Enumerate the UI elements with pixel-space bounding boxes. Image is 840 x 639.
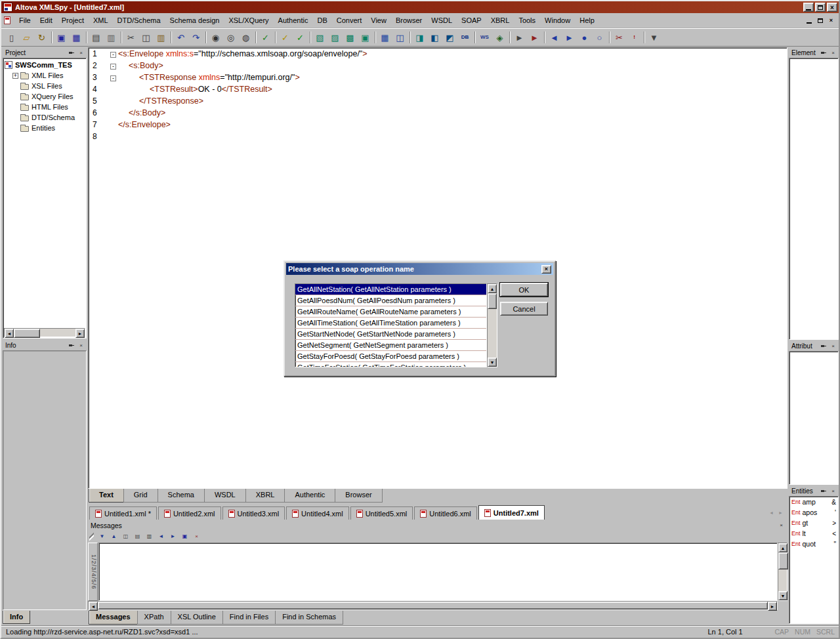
file-tab-untitled2-xml[interactable]: Untitled2.xml bbox=[158, 506, 221, 520]
toggle-bookmark-button[interactable]: ● bbox=[577, 30, 592, 45]
cancel-button[interactable]: Cancel bbox=[500, 302, 548, 316]
scroll-thumb[interactable] bbox=[98, 602, 768, 609]
xsl-fo-transform-button[interactable]: ► bbox=[527, 30, 542, 45]
soap-operation-item[interactable]: GetAllRouteName( GetAllRouteName paramet… bbox=[295, 306, 486, 318]
print-button[interactable]: ▤ bbox=[89, 30, 104, 45]
project-item-html-files[interactable]: +HTML Files bbox=[5, 102, 86, 112]
copy-filtered-messages-button[interactable]: ▥ bbox=[144, 531, 155, 541]
insert-table-button[interactable]: ▦ bbox=[377, 30, 392, 45]
scroll-up-button[interactable]: ▲ bbox=[488, 284, 497, 293]
menu-item-browser[interactable]: Browser bbox=[391, 14, 427, 27]
output-tab-messages[interactable]: Messages bbox=[89, 611, 138, 625]
add-child-button[interactable]: ▩ bbox=[343, 30, 358, 45]
spelling-button[interactable]: ✓ bbox=[258, 30, 273, 45]
menu-item-dtd-schema[interactable]: DTD/Schema bbox=[113, 14, 165, 27]
view-tab-xbrl[interactable]: XBRL bbox=[245, 489, 285, 503]
soap-operation-item[interactable]: GetNetSegment( GetNetSegment parameters … bbox=[295, 340, 486, 351]
previous-tab-button[interactable]: ◄ bbox=[767, 508, 776, 517]
scroll-thumb[interactable] bbox=[14, 329, 40, 338]
close-icon[interactable]: × bbox=[777, 522, 786, 529]
tab-info[interactable]: Info bbox=[3, 611, 30, 624]
soap-operation-item[interactable]: GetAllPoesdNum( GetAllPoesdNum parameter… bbox=[295, 295, 486, 306]
db-view-button[interactable]: DB bbox=[457, 30, 472, 45]
menu-item-db[interactable]: DB bbox=[312, 14, 331, 27]
cut-node-button[interactable]: ✂ bbox=[612, 30, 627, 45]
menu-item-file[interactable]: File bbox=[14, 14, 35, 27]
menu-item-wsdl[interactable]: WSDL bbox=[427, 14, 457, 27]
next-tab-button[interactable]: ► bbox=[776, 508, 785, 517]
dialog-vscrollbar[interactable]: ▲ ▼ bbox=[487, 283, 497, 367]
goto-next-result-button[interactable]: ► bbox=[167, 531, 178, 541]
save-button[interactable]: ▣ bbox=[54, 30, 69, 45]
print-preview-button[interactable]: ▥ bbox=[104, 30, 119, 45]
entity-row[interactable]: Entamp& bbox=[789, 497, 838, 507]
menu-item-xsl-xquery[interactable]: XSL/XQuery bbox=[224, 14, 273, 27]
scroll-thumb[interactable] bbox=[778, 552, 788, 569]
new-document-button[interactable]: ▯ bbox=[4, 30, 19, 45]
file-tab-untitled1-xml[interactable]: Untitled1.xml * bbox=[89, 506, 157, 520]
entity-row[interactable]: Entlt< bbox=[789, 528, 838, 539]
clear-bookmarks-button[interactable]: ○ bbox=[592, 30, 607, 45]
scroll-right-button[interactable]: ► bbox=[75, 329, 85, 338]
fold-collapse-icon[interactable]: - bbox=[110, 52, 116, 58]
goto-previous-result-button[interactable]: ◄ bbox=[156, 531, 167, 541]
close-icon[interactable]: × bbox=[829, 49, 837, 56]
soap-operation-item[interactable]: GetStartNetNode( GetStartNetNode paramet… bbox=[295, 329, 486, 340]
view-tab-schema[interactable]: Schema bbox=[158, 489, 205, 503]
output-tab-xsl-outline[interactable]: XSL Outline bbox=[171, 611, 223, 625]
scroll-left-button[interactable]: ◄ bbox=[5, 329, 14, 338]
replace-button[interactable]: ◍ bbox=[238, 30, 253, 45]
insert-row-button[interactable]: ▧ bbox=[312, 30, 327, 45]
minimize-button[interactable] bbox=[803, 3, 814, 12]
copy-button[interactable]: ◫ bbox=[138, 30, 154, 45]
project-item-xsl-files[interactable]: +XSL Files bbox=[5, 81, 86, 91]
undo-button[interactable]: ↶ bbox=[173, 30, 188, 45]
project-item-xquery-files[interactable]: +XQuery Files bbox=[5, 91, 86, 102]
messages-hscrollbar[interactable]: ◄ ► bbox=[88, 601, 778, 610]
soap-operation-item[interactable]: GetStayForPoesd( GetStayForPoesd paramet… bbox=[295, 351, 486, 362]
fold-collapse-icon[interactable]: - bbox=[110, 75, 116, 81]
close-icon[interactable]: × bbox=[829, 487, 837, 495]
menu-item-tools[interactable]: Tools bbox=[514, 14, 540, 27]
scroll-down-button[interactable]: ▼ bbox=[488, 358, 497, 367]
view-tab-wsdl[interactable]: WSDL bbox=[204, 489, 246, 503]
save-all-button[interactable]: ▦ bbox=[69, 30, 84, 45]
menu-item-window[interactable]: Window bbox=[540, 14, 575, 27]
view-tab-authentic[interactable]: Authentic bbox=[284, 489, 335, 503]
find-next-button[interactable]: ◎ bbox=[223, 30, 238, 45]
project-item-entities[interactable]: +Entities bbox=[5, 123, 86, 133]
scroll-left-button[interactable]: ◄ bbox=[89, 602, 98, 611]
soap-operation-item[interactable]: GetTimeForStation( GetTimeForStation par… bbox=[295, 362, 486, 367]
display-db-button[interactable]: ◫ bbox=[392, 30, 408, 45]
cut-button[interactable]: ✂ bbox=[123, 30, 138, 45]
entity-row[interactable]: Entquot" bbox=[789, 539, 838, 549]
view-tab-browser[interactable]: Browser bbox=[335, 489, 382, 503]
copy-all-messages-button[interactable]: ▤ bbox=[132, 531, 143, 541]
menu-item-authentic[interactable]: Authentic bbox=[274, 14, 313, 27]
fold-collapse-icon[interactable]: - bbox=[110, 64, 116, 70]
attribut-panel-body[interactable] bbox=[789, 351, 839, 485]
menu-item-convert[interactable]: Convert bbox=[332, 14, 367, 27]
messages-content[interactable] bbox=[98, 543, 778, 601]
open-file-button[interactable]: ▱ bbox=[19, 30, 34, 45]
menu-item-view[interactable]: View bbox=[366, 14, 391, 27]
clear-messages-button[interactable]: × bbox=[191, 531, 202, 541]
paste-button[interactable]: ▥ bbox=[154, 30, 169, 45]
save-messages-button[interactable]: ▣ bbox=[179, 531, 190, 541]
sql-execute-button[interactable]: ! bbox=[627, 30, 642, 45]
close-icon[interactable]: × bbox=[829, 342, 837, 350]
menu-item-project[interactable]: Project bbox=[57, 14, 89, 27]
restore-button[interactable] bbox=[815, 3, 826, 12]
menu-item-edit[interactable]: Edit bbox=[35, 14, 57, 27]
delete-node-button[interactable]: ▣ bbox=[358, 30, 373, 45]
entity-row[interactable]: Entgt> bbox=[789, 518, 838, 528]
file-tab-untitled3-xml[interactable]: Untitled3.xml bbox=[222, 506, 285, 520]
soap-operation-item[interactable]: GetAllTimeStation( GetAllTimeStation par… bbox=[295, 318, 486, 329]
soap-operation-item[interactable]: GetAllNetStation( GetAllNetStation param… bbox=[295, 284, 486, 295]
pin-icon[interactable] bbox=[820, 487, 828, 495]
wsdl-view-button[interactable]: WS bbox=[477, 30, 492, 45]
xsl-transform-button[interactable]: ► bbox=[512, 30, 527, 45]
menu-item-xml[interactable]: XML bbox=[89, 14, 113, 27]
document-system-icon[interactable] bbox=[4, 16, 10, 24]
close-icon[interactable]: × bbox=[77, 49, 85, 56]
